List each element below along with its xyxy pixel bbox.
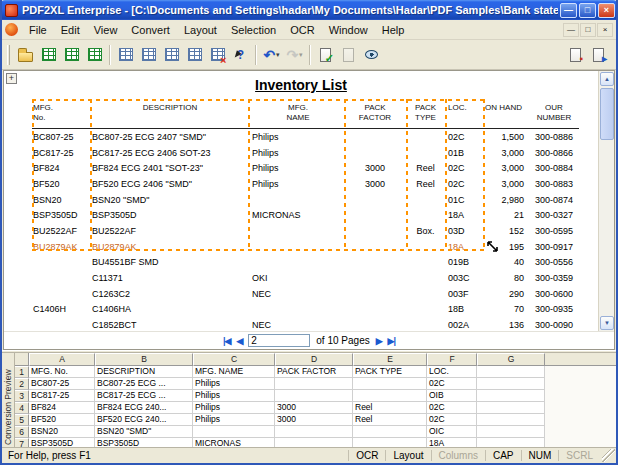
approve-page-button[interactable] — [314, 43, 337, 67]
resize-grip[interactable] — [602, 449, 615, 462]
grid-cell[interactable]: BSN20 — [29, 426, 95, 438]
ocr-button[interactable] — [360, 43, 383, 67]
grid-cell[interactable]: 3000 — [275, 414, 353, 426]
grid-cell[interactable]: Reel — [353, 402, 427, 414]
convert-to-excel-button[interactable] — [37, 43, 60, 67]
grid-cell[interactable] — [477, 402, 545, 414]
grid-cell[interactable]: BF824 — [29, 402, 95, 414]
layout-page-button[interactable] — [114, 43, 137, 67]
grid-cell[interactable]: MICRONAS — [193, 438, 275, 447]
table-select-handle[interactable]: + — [6, 73, 17, 84]
grid-cell[interactable]: PACK TYPE — [353, 366, 427, 378]
grid-cell[interactable] — [477, 378, 545, 390]
menu-item-layout[interactable]: Layout — [177, 22, 224, 38]
grid-cell[interactable]: LOC. — [427, 366, 477, 378]
mdi-close-button[interactable]: × — [597, 23, 613, 37]
grid-row-number[interactable]: 2 — [15, 378, 29, 390]
grid-cell[interactable] — [477, 426, 545, 438]
grid-column-header-d[interactable]: D — [275, 353, 353, 366]
table-row[interactable]: BSP3505DBSP3505DMICRONAS18A21300-0327 — [32, 207, 579, 223]
grid-corner[interactable] — [15, 353, 29, 366]
grid-cell[interactable]: BC817-25 — [29, 390, 95, 402]
grid-cell[interactable] — [353, 426, 427, 438]
grid-column-header-b[interactable]: B — [95, 353, 193, 366]
grid-column-header-g[interactable]: G — [477, 353, 545, 366]
toolbar-grip[interactable] — [7, 45, 10, 65]
grid-row-number[interactable]: 4 — [15, 402, 29, 414]
grid-cell[interactable]: OIB — [427, 390, 477, 402]
table-row[interactable]: BF520BF520 ECG 2406 "SMD"Philips3000Reel… — [32, 176, 579, 192]
clear-layout-button[interactable] — [206, 43, 229, 67]
undo-button[interactable]: ↶▾ — [260, 43, 283, 67]
grid-cell[interactable] — [477, 438, 545, 447]
grid-cell[interactable]: BSP3505D — [29, 438, 95, 447]
grid-cell[interactable]: 02C — [427, 414, 477, 426]
first-page-button[interactable]: |◀ — [223, 336, 230, 346]
grid-cell[interactable]: BC807-25 ECG ... — [95, 378, 193, 390]
grid-cell[interactable]: BC817-25 ECG ... — [95, 390, 193, 402]
minimize-button[interactable]: — — [560, 3, 577, 18]
convert-page-to-excel-button[interactable] — [60, 43, 83, 67]
open-pdf-button[interactable] — [14, 43, 37, 67]
grid-cell[interactable]: MFG. No. — [29, 366, 95, 378]
grid-cell[interactable]: BF520 ECG 240... — [95, 414, 193, 426]
grid-cell[interactable]: DESCRIPTION — [95, 366, 193, 378]
menu-item-view[interactable]: View — [87, 22, 125, 38]
grid-cell[interactable]: Philips — [193, 378, 275, 390]
grid-cell[interactable]: 3000 — [275, 402, 353, 414]
scrollbar-thumb[interactable] — [600, 88, 614, 140]
menu-item-convert[interactable]: Convert — [124, 22, 177, 38]
scroll-up-icon[interactable]: ▲ — [600, 72, 614, 86]
table-row[interactable]: BF824BF824 ECG 2401 "SOT-23"Philips3000R… — [32, 160, 579, 176]
layout-row-button[interactable] — [183, 43, 206, 67]
grid-cell[interactable]: Philips — [193, 390, 275, 402]
redo-button[interactable]: ↷▾ — [283, 43, 306, 67]
convert-all-pages-button[interactable] — [587, 43, 610, 67]
grid-cell[interactable] — [477, 366, 545, 378]
grid-cell[interactable] — [477, 390, 545, 402]
last-page-button[interactable]: ▶| — [388, 336, 395, 346]
grid-cell[interactable]: OIC — [427, 426, 477, 438]
menu-item-selection[interactable]: Selection — [224, 22, 283, 38]
next-page-button[interactable]: ▶ — [376, 336, 382, 346]
table-row[interactable]: BC807-25BC807-25 ECG 2407 "SMD"Philips02… — [32, 129, 579, 145]
grid-cell[interactable]: 02C — [427, 378, 477, 390]
grid-cell[interactable]: BF520 — [29, 414, 95, 426]
table-row[interactable]: BC817-25BC817-25 ECG 2406 SOT-23Philips0… — [32, 145, 579, 161]
convert-current-page-button[interactable] — [564, 43, 587, 67]
grid-column-header-f[interactable]: F — [427, 353, 477, 366]
grid-row-number[interactable]: 7 — [15, 438, 29, 447]
grid-cell[interactable] — [193, 426, 275, 438]
table-row[interactable]: C1852BCTNEC002A136300-0090 — [32, 317, 579, 331]
scroll-down-icon[interactable]: ▼ — [600, 316, 614, 330]
grid-cell[interactable] — [275, 390, 353, 402]
title-bar[interactable]: PDF2XL Enterprise - [C:\Documents and Se… — [0, 0, 618, 20]
grid-cell[interactable]: 18A — [427, 438, 477, 447]
grid-column-header-c[interactable]: C — [193, 353, 275, 366]
grid-cell[interactable] — [353, 378, 427, 390]
grid-cell[interactable]: Reel — [353, 414, 427, 426]
page-properties-button[interactable] — [337, 43, 360, 67]
grid-column-header-e[interactable]: E — [353, 353, 427, 366]
grid-cell[interactable] — [275, 438, 353, 447]
grid-cell[interactable]: BC807-25 — [29, 378, 95, 390]
grid-cell[interactable]: MFG. NAME — [193, 366, 275, 378]
grid-cell[interactable]: PACK FACTOR — [275, 366, 353, 378]
menu-item-help[interactable]: Help — [375, 22, 412, 38]
maximize-button[interactable]: □ — [579, 3, 596, 18]
grid-column-header-a[interactable]: A — [29, 353, 95, 366]
grid-row-number[interactable]: 1 — [15, 366, 29, 378]
grid-cell[interactable] — [275, 378, 353, 390]
layout-column-button[interactable] — [160, 43, 183, 67]
grid-cell[interactable]: BF824 ECG 240... — [95, 402, 193, 414]
table-row[interactable]: BSN20BSN20 "SMD"01C2,980300-0874 — [32, 192, 579, 208]
table-row[interactable]: C1263C2NEC003F290300-0600 — [32, 286, 579, 302]
page-number-input[interactable] — [248, 334, 310, 347]
close-button[interactable]: × — [598, 3, 615, 18]
grid-cell[interactable]: 02C — [427, 402, 477, 414]
grid-row-number[interactable]: 5 — [15, 414, 29, 426]
menu-item-file[interactable]: File — [22, 22, 54, 38]
whats-this-button[interactable]: ? — [229, 43, 252, 67]
grid-row-number[interactable]: 6 — [15, 426, 29, 438]
grid-cell[interactable] — [353, 438, 427, 447]
